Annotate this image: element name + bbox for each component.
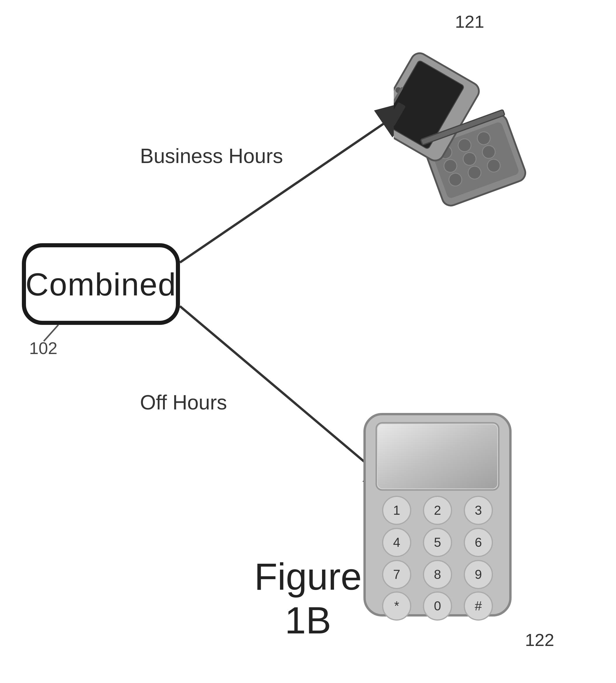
- flip-phone-svg: [394, 29, 557, 210]
- phone-122-container: 122 1 2 3 4: [350, 408, 577, 642]
- keypad-phone-svg: 1 2 3 4 5 6 7 8 9 * 0 #: [350, 408, 525, 627]
- svg-text:0: 0: [434, 599, 441, 613]
- svg-text:7: 7: [393, 567, 400, 581]
- figure-number: 1B: [254, 598, 362, 642]
- diagram-container: Combined 102 Business Hours Off Hours 12…: [0, 0, 616, 683]
- svg-text:9: 9: [475, 567, 482, 581]
- ref-121-label: 121: [455, 12, 484, 32]
- business-hours-label: Business Hours: [140, 143, 283, 170]
- svg-text:4: 4: [393, 535, 400, 549]
- combined-label: Combined: [25, 266, 176, 303]
- svg-text:#: #: [475, 599, 482, 613]
- combined-node: Combined: [22, 243, 180, 325]
- figure-title: Figure 1B: [254, 555, 362, 642]
- svg-text:6: 6: [475, 535, 482, 549]
- phone-121-container: 121: [365, 12, 569, 210]
- svg-text:*: *: [394, 599, 399, 613]
- ref-122-label: 122: [525, 630, 554, 650]
- svg-text:2: 2: [434, 503, 441, 517]
- svg-text:8: 8: [434, 567, 441, 581]
- svg-rect-24: [378, 424, 497, 488]
- off-hours-label: Off Hours: [140, 391, 227, 414]
- ref-102-label: 102: [29, 338, 58, 358]
- svg-text:3: 3: [475, 503, 482, 517]
- svg-text:1: 1: [393, 503, 400, 517]
- figure-label: Figure: [254, 555, 362, 598]
- svg-text:5: 5: [434, 535, 441, 549]
